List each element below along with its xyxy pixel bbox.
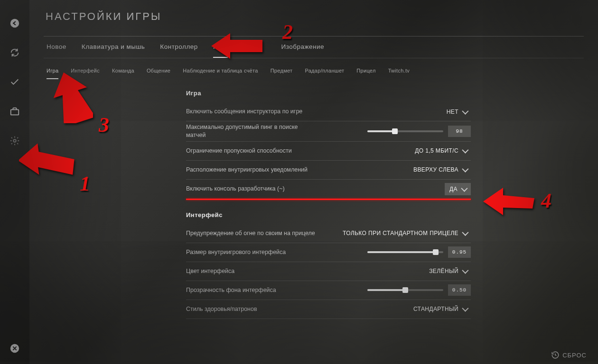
tab-keyboard[interactable]: Клавиатура и мышь: [82, 43, 145, 58]
annotation-number-2: 2: [282, 20, 293, 44]
dropdown-value: ДО 1,5 МБИТ/С: [415, 147, 458, 154]
dropdown-bandwidth[interactable]: ДО 1,5 МБИТ/С: [411, 145, 471, 156]
chevron-down-icon: [462, 147, 468, 154]
label-console: Включить консоль разработчика (~): [186, 185, 285, 193]
dropdown-console[interactable]: ДА: [445, 183, 471, 195]
row-console: Включить консоль разработчика (~) ДА: [186, 180, 471, 199]
row-ff-warn: Предупреждение об огне по своим на прице…: [186, 224, 471, 243]
svg-marker-5: [50, 71, 93, 123]
slider-ping[interactable]: [367, 130, 443, 132]
dropdown-value: ВВЕРХУ СЛЕВА: [413, 166, 458, 173]
close-icon[interactable]: [9, 342, 21, 355]
dropdown-value: ТОЛЬКО ПРИ СТАНДАРТНОМ ПРИЦЕЛЕ: [343, 230, 458, 237]
check-icon[interactable]: [9, 76, 21, 88]
subtab-twitch[interactable]: Twitch.tv: [388, 68, 410, 79]
svg-marker-4: [211, 33, 262, 59]
subtab-comms[interactable]: Общение: [147, 68, 170, 79]
dropdown-health-style[interactable]: СТАНДАРТНЫЙ: [410, 303, 471, 315]
svg-marker-7: [483, 188, 534, 215]
chevron-down-icon: [461, 185, 467, 191]
dropdown-value: ЗЕЛЁНЫЙ: [429, 268, 458, 274]
refresh-icon[interactable]: [9, 46, 21, 59]
label-instructor: Включить сообщения инструктора по игре: [186, 108, 302, 116]
row-hud-color: Цвет интерфейса ЗЕЛЁНЫЙ: [186, 262, 471, 281]
settings-panel: Игра Включить сообщения инструктора по и…: [186, 90, 471, 319]
tab-display[interactable]: Изображение: [281, 43, 324, 58]
label-bandwidth: Ограничение пропускной способности: [186, 147, 292, 155]
slider-hud-scale[interactable]: [367, 251, 443, 253]
highlight-bar: [186, 199, 471, 200]
subtab-radar[interactable]: Радар/планшет: [305, 68, 344, 79]
page-title: НАСТРОЙКИ ИГРЫ: [46, 10, 584, 23]
chevron-down-icon: [462, 267, 468, 274]
dropdown-ff-warn[interactable]: ТОЛЬКО ПРИ СТАНДАРТНОМ ПРИЦЕЛЕ: [339, 228, 471, 239]
value-hud-scale[interactable]: 0.95: [448, 246, 471, 258]
chevron-down-icon: [462, 166, 468, 173]
annotation-arrow-2: [211, 29, 263, 63]
svg-point-2: [13, 139, 16, 142]
value-ping[interactable]: 98: [448, 126, 471, 137]
annotation-number-1: 1: [80, 172, 90, 196]
annotation-number-4: 4: [541, 189, 551, 213]
row-hud-alpha: Прозрачность фона интерфейса 0.50: [186, 281, 471, 300]
row-bandwidth: Ограничение пропускной способности ДО 1,…: [186, 142, 471, 161]
back-icon[interactable]: [9, 17, 21, 29]
label-notif-pos: Расположение внутриигровых уведомлений: [186, 166, 308, 174]
svg-point-0: [10, 19, 19, 27]
row-hud-scale: Размер внутриигрового интерфейса 0.95: [186, 243, 471, 262]
briefcase-icon[interactable]: [9, 105, 21, 118]
subtab-spectate[interactable]: Наблюдение и таблица счёта: [183, 68, 258, 79]
svg-marker-6: [19, 142, 76, 182]
section-header-hud: Интерфейс: [186, 211, 471, 218]
dropdown-value: ДА: [449, 186, 458, 192]
row-ping: Максимально допустимый пинг в поиске мат…: [186, 121, 471, 142]
subtab-crosshair[interactable]: Прицел: [356, 68, 375, 79]
tab-new[interactable]: Новое: [47, 43, 66, 58]
dropdown-value: СТАНДАРТНЫЙ: [413, 306, 458, 312]
label-ping: Максимально допустимый пинг в поиске мат…: [186, 123, 319, 139]
tab-controller[interactable]: Контроллер: [160, 43, 198, 58]
chevron-down-icon: [462, 229, 468, 236]
chevron-down-icon: [462, 108, 468, 114]
section-header-game: Игра: [186, 90, 471, 97]
reset-label: СБРОС: [562, 352, 587, 359]
dropdown-instructor[interactable]: НЕТ: [443, 106, 471, 118]
slider-hud-alpha[interactable]: [367, 289, 443, 291]
row-notif-pos: Расположение внутриигровых уведомлений В…: [186, 161, 471, 180]
annotation-arrow-1: [19, 142, 76, 190]
label-hud-scale: Размер внутриигрового интерфейса: [186, 248, 286, 256]
annotation-arrow-3: [50, 71, 93, 123]
row-instructor: Включить сообщения инструктора по игре Н…: [186, 102, 471, 121]
value-hud-alpha[interactable]: 0.50: [448, 284, 471, 296]
dropdown-value: НЕТ: [447, 109, 458, 115]
chevron-down-icon: [462, 305, 468, 312]
dropdown-hud-color[interactable]: ЗЕЛЁНЫЙ: [425, 265, 471, 277]
label-ff-warn: Предупреждение об огне по своим на прице…: [186, 229, 315, 237]
annotation-arrow-4: [483, 185, 535, 218]
primary-tabs: Новое Клавиатура и мышь Контроллер Игра …: [44, 36, 584, 58]
label-health-style: Стиль здоровья/патронов: [186, 305, 257, 313]
main-content: НАСТРОЙКИ ИГРЫ Новое Клавиатура и мышь К…: [29, 0, 598, 345]
reset-button[interactable]: СБРОС: [551, 351, 587, 359]
subtab-team[interactable]: Команда: [112, 68, 134, 79]
dropdown-notif-pos[interactable]: ВВЕРХУ СЛЕВА: [410, 164, 471, 175]
label-hud-alpha: Прозрачность фона интерфейса: [186, 286, 276, 294]
history-icon: [551, 351, 560, 359]
svg-rect-1: [11, 109, 19, 115]
secondary-tabs: Игра Интерфейс Команда Общение Наблюдени…: [44, 65, 584, 79]
label-hud-color: Цвет интерфейса: [186, 267, 234, 275]
subtab-item[interactable]: Предмет: [271, 68, 293, 79]
annotation-number-3: 3: [99, 113, 109, 137]
row-health-style: Стиль здоровья/патронов СТАНДАРТНЫЙ: [186, 300, 471, 319]
